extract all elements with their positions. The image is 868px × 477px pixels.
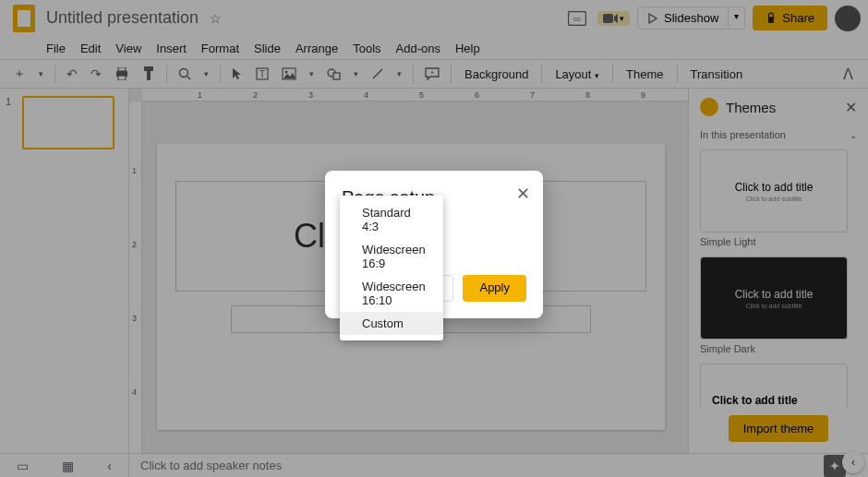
option-widescreen-16-10[interactable]: Widescreen 16:10 (340, 275, 443, 312)
aspect-ratio-dropdown: Standard 4:3 Widescreen 16:9 Widescreen … (340, 196, 443, 340)
apply-button[interactable]: Apply (463, 275, 526, 302)
option-standard-4-3[interactable]: Standard 4:3 (340, 201, 443, 238)
close-icon[interactable]: ✕ (516, 184, 530, 204)
option-custom[interactable]: Custom (340, 312, 443, 335)
option-widescreen-16-9[interactable]: Widescreen 16:9 (340, 238, 443, 275)
